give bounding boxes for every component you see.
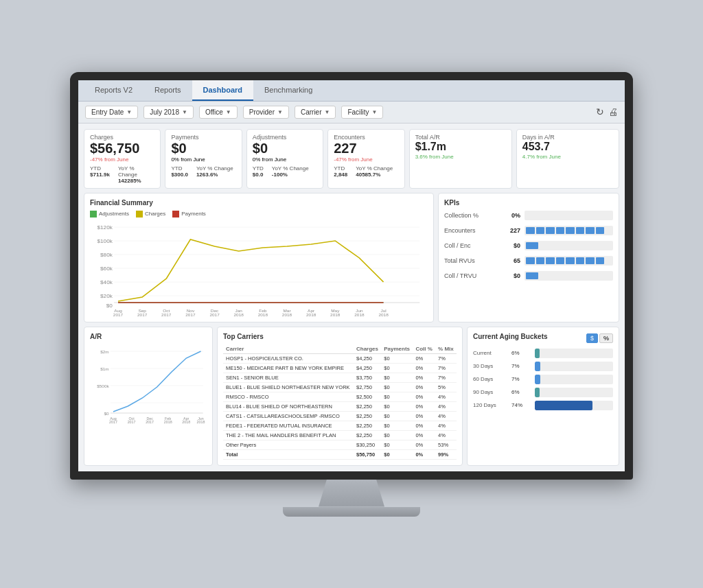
aging-bucket-pct: 7% xyxy=(511,363,531,369)
print-icon[interactable]: 🖨 xyxy=(608,106,618,117)
metric-payments: Payments $0 0% from June YTD$300.0 YoY %… xyxy=(165,129,242,189)
kpi-encounters: Encounters 227 xyxy=(444,226,613,235)
adjustments-legend-icon xyxy=(90,211,97,217)
aging-row: 30 Days 7% xyxy=(473,362,613,371)
charges-col-header: Charges xyxy=(354,344,381,354)
tab-reports[interactable]: Reports xyxy=(143,80,192,101)
svg-text:Aug: Aug xyxy=(114,309,122,313)
svg-text:2017: 2017 xyxy=(185,313,196,316)
svg-text:Sep: Sep xyxy=(138,309,146,313)
filter-entry-date[interactable]: Entry Date ▼ xyxy=(85,106,138,119)
svg-text:$60k: $60k xyxy=(100,266,113,271)
svg-text:Oct: Oct xyxy=(163,309,170,313)
filter-carrier[interactable]: Carrier ▼ xyxy=(295,106,336,119)
carrier-cell: 0% xyxy=(413,363,435,373)
carrier-cell: $2,750 xyxy=(354,382,381,392)
carrier-cell: $56,750 xyxy=(354,449,381,459)
chevron-down-icon: ▼ xyxy=(325,109,330,115)
carrier-cell: 0% xyxy=(413,411,435,421)
aging-bar-fill xyxy=(535,362,540,371)
metric-total-ar: Total A/R $1.7m 3.6% from June xyxy=(409,129,512,189)
carrier-cell: $0 xyxy=(381,353,413,363)
carrier-cell: SEN1 - SENIOR BLUE xyxy=(223,373,354,382)
kpi-encounters-value: 227 xyxy=(496,227,520,234)
carrier-cell: Other Payers xyxy=(223,440,354,449)
aging-bucket-pct: 74% xyxy=(511,402,531,408)
svg-text:$40k: $40k xyxy=(100,279,113,285)
legend-adjustments-label: Adjustments xyxy=(99,211,129,217)
svg-text:$2m: $2m xyxy=(100,349,108,354)
aging-toggle-pct[interactable]: % xyxy=(599,333,613,343)
carriers-table: Carrier Charges Payments Coll % % Mix HO… xyxy=(223,344,457,460)
financial-summary-title: Financial Summary xyxy=(90,199,428,207)
legend-charges-label: Charges xyxy=(145,211,165,217)
encounters-ytd-amount: YTD2,848 xyxy=(334,165,347,178)
svg-text:2018: 2018 xyxy=(354,313,365,316)
bottom-row: A/R $2m $1m $500k $0 xyxy=(84,327,619,466)
kpi-coll-trvu-label: Coll / TRVU xyxy=(444,272,492,279)
metric-days-ar: Days in A/R 453.7 4.7% from June xyxy=(516,129,619,189)
total-ar-change: 3.6% from June xyxy=(415,154,506,160)
kpi-total-rvus: Total RVUs 65 xyxy=(444,256,613,266)
carrier-cell: $3,750 xyxy=(354,373,381,382)
aging-toggle-dollar[interactable]: $ xyxy=(586,333,598,343)
carrier-cell: $0 xyxy=(381,430,413,440)
charges-value: $56,750 xyxy=(90,141,154,155)
svg-text:2017: 2017 xyxy=(128,420,136,424)
carriers-title: Top Carriers xyxy=(223,333,457,340)
svg-text:$100k: $100k xyxy=(97,238,113,244)
aging-bar-bg xyxy=(535,362,613,371)
carrier-cell: $0 xyxy=(381,449,413,459)
refresh-icon[interactable]: ↻ xyxy=(596,106,604,117)
carrier-cell: 4% xyxy=(435,401,457,411)
carrier-cell: 7% xyxy=(435,373,457,382)
ar-title: A/R xyxy=(90,333,207,340)
legend-charges: Charges xyxy=(136,211,165,217)
tab-benchmarking[interactable]: Benchmarking xyxy=(253,80,323,101)
legend-payments: Payments xyxy=(172,211,206,217)
payments-label: Payments xyxy=(171,134,235,141)
tab-reports-v2[interactable]: Reports V2 xyxy=(84,80,143,101)
aging-bucket-label: 60 Days xyxy=(473,376,507,382)
carrier-cell: $4,250 xyxy=(354,363,381,373)
payments-value: $0 xyxy=(171,141,235,155)
aging-bucket-label: 90 Days xyxy=(473,389,507,395)
carrier-cell: $2,250 xyxy=(354,401,381,411)
filter-provider[interactable]: Provider ▼ xyxy=(243,106,289,119)
adjustments-ytd: YTD$0.0 YoY % Change-100% xyxy=(253,165,317,178)
adjustments-change: 0% from June xyxy=(253,156,317,163)
filter-month-label: July 2018 xyxy=(150,108,179,116)
filter-entry-date-label: Entry Date xyxy=(91,108,124,116)
svg-text:$0: $0 xyxy=(104,411,110,416)
ar-panel: A/R $2m $1m $500k $0 xyxy=(84,327,213,466)
svg-text:$500k: $500k xyxy=(97,384,109,388)
aging-buckets: Current 6% 30 Days 7% 60 Days 7% 90 Days… xyxy=(473,349,613,410)
carrier-cell: 0% xyxy=(413,382,435,392)
carrier-cell: $2,250 xyxy=(354,430,381,440)
charges-ytd-amount: YTD$711.9k xyxy=(90,165,110,184)
svg-text:2018: 2018 xyxy=(378,313,389,316)
filter-facility[interactable]: Facility ▼ xyxy=(341,106,383,119)
encounters-change: -47% from June xyxy=(334,156,398,163)
carrier-cell: 0% xyxy=(413,421,435,430)
kpi-panel: KPIs Collection % 0% Encounters 227 xyxy=(438,193,619,322)
aging-bar-bg xyxy=(535,349,613,358)
svg-text:Dec: Dec xyxy=(211,309,218,313)
aging-row: Current 6% xyxy=(473,349,613,358)
carrier-cell: 0% xyxy=(413,440,435,449)
carrier-cell: $2,250 xyxy=(354,411,381,421)
filter-carrier-label: Carrier xyxy=(301,108,322,116)
aging-bar-fill xyxy=(535,401,592,410)
filter-month[interactable]: July 2018 ▼ xyxy=(143,106,194,119)
aging-bar-bg xyxy=(535,375,613,384)
filter-office[interactable]: Office ▼ xyxy=(199,106,238,119)
carrier-cell: 7% xyxy=(435,363,457,373)
carrier-cell: $0 xyxy=(381,373,413,382)
payments-legend-icon xyxy=(172,211,179,217)
carrier-cell: $2,250 xyxy=(354,421,381,430)
aging-bar-bg xyxy=(535,388,613,397)
monitor-screen: Reports V2 Reports Dashboard Benchmarkin… xyxy=(70,72,633,480)
chart-legend: Adjustments Charges Payments xyxy=(90,211,428,217)
tab-dashboard[interactable]: Dashboard xyxy=(192,80,253,101)
filter-action-icons: ↻ 🖨 xyxy=(596,106,618,117)
